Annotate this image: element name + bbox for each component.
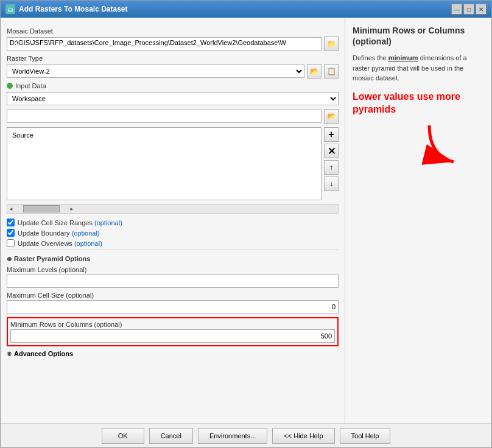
optional-label-3: (optional) [74,240,102,247]
max-levels-field: Maximum Levels (optional) [7,266,339,288]
bottom-bar: OK Cancel Environments... << Hide Help T… [1,423,491,447]
tool-help-button[interactable]: Tool Help [340,428,391,444]
advanced-options-label: Advanced Options [14,350,73,357]
remove-button[interactable]: ✕ [324,144,339,158]
horizontal-scrollbar[interactable]: ◄ ► [7,204,339,214]
raster-type-icon-btn2[interactable]: 📋 [324,64,339,79]
move-up-button[interactable]: ↑ [324,160,339,175]
advanced-collapse-icon[interactable]: ❋ [7,351,12,357]
hide-help-button[interactable]: << Hide Help [272,428,334,444]
input-data-dot [7,83,13,89]
update-overviews-checkbox[interactable] [7,239,15,247]
raster-type-row: WorldView-2 📂 📋 [7,64,339,79]
max-cell-size-input[interactable] [7,300,339,313]
workspace-row: Workspace [7,92,339,105]
update-boundary-checkbox[interactable] [7,229,15,237]
mosaic-dataset-row: D:\GIS\JSFS\RFP_datasets\Core_Image_Proc… [7,37,339,51]
mosaic-dataset-label: Mosaic Dataset [7,27,339,35]
mosaic-dataset-browse-button[interactable]: 📁 [324,37,339,51]
annotation-text: Lower values use more pyramids [353,91,484,116]
max-cell-size-input-row [7,300,339,313]
path-input-row: 📂 [7,109,339,124]
add-button[interactable]: + [324,127,339,142]
checkbox-row-2: Update Boundary (optional) [7,229,339,237]
maximize-button[interactable]: □ [463,4,474,15]
title-buttons: — □ ✕ [451,4,487,15]
checkbox-row-1: Update Cell Size Ranges (optional) [7,219,339,226]
right-panel-title: Minimum Rows or Columns (optional) [353,25,484,47]
ok-button[interactable]: OK [102,428,144,444]
collapse-icon[interactable]: ⊛ [7,256,12,262]
min-rows-cols-input[interactable] [10,329,335,343]
raster-type-label: Raster Type [7,55,339,62]
update-cell-size-checkbox[interactable] [7,219,15,226]
raster-type-icon-btn1[interactable]: 📂 [307,64,322,79]
window-title: Add Rasters To Mosaic Dataset [19,5,128,13]
left-panel: Mosaic Dataset D:\GIS\JSFS\RFP_datasets\… [1,18,345,423]
update-cell-size-label: Update Cell Size Ranges (optional) [18,219,122,226]
path-browse-button[interactable]: 📂 [324,109,339,124]
min-rows-cols-input-row [10,329,335,343]
environments-button[interactable]: Environments... [198,428,267,444]
min-rows-cols-highlighted: Minimum Rows or Columns (optional) [7,317,339,346]
update-boundary-label: Update Boundary (optional) [18,229,100,237]
input-data-row: Input Data [7,82,339,89]
title-bar-left: 🗂 Add Rasters To Mosaic Dataset [5,4,128,14]
move-down-button[interactable]: ↓ [324,177,339,191]
cancel-button[interactable]: Cancel [149,428,193,444]
advanced-options-row: ❋ Advanced Options [7,350,339,357]
mosaic-dataset-input[interactable]: D:\GIS\JSFS\RFP_datasets\Core_Image_Proc… [7,37,322,51]
raster-pyramid-label: Raster Pyramid Options [14,255,90,262]
optional-label-2: (optional) [72,229,100,237]
max-levels-input-row [7,275,339,288]
title-bar: 🗂 Add Rasters To Mosaic Dataset — □ ✕ [1,1,491,18]
min-rows-cols-label: Minimum Rows or Columns (optional) [10,321,335,328]
max-cell-size-label: Maximum Cell Size (optional) [7,292,339,299]
max-cell-size-field: Maximum Cell Size (optional) [7,292,339,313]
max-levels-label: Maximum Levels (optional) [7,266,339,273]
main-window: 🗂 Add Rasters To Mosaic Dataset — □ ✕ Mo… [0,0,492,448]
source-item: Source [10,130,318,140]
close-button[interactable]: ✕ [476,4,487,15]
raster-pyramid-header: ⊛ Raster Pyramid Options [7,255,339,262]
raster-type-select[interactable]: WorldView-2 [7,65,304,78]
window-icon: 🗂 [5,4,15,14]
source-list[interactable]: Source [7,127,322,200]
minimum-highlight: minimum [388,54,418,61]
right-panel: Minimum Rows or Columns (optional) Defin… [345,18,491,423]
update-overviews-label: Update Overviews (optional) [18,240,102,247]
optional-label-1: (optional) [94,219,122,226]
source-area-container: Source + ✕ ↑ ↓ [7,127,339,200]
input-data-label: Input Data [15,82,46,89]
content-area: Mosaic Dataset D:\GIS\JSFS\RFP_datasets\… [1,18,491,423]
arrow-icon [417,119,466,168]
arrow-container [353,119,466,168]
scrollbar-thumb[interactable] [23,205,60,212]
workspace-select[interactable]: Workspace [7,92,339,105]
right-panel-desc: Defines the minimum dimensions of a rast… [353,53,484,83]
side-buttons: + ✕ ↑ ↓ [324,127,339,200]
max-levels-input[interactable] [7,275,339,288]
path-input[interactable] [7,110,322,123]
minimize-button[interactable]: — [451,4,462,15]
checkbox-row-3: Update Overviews (optional) [7,239,339,247]
